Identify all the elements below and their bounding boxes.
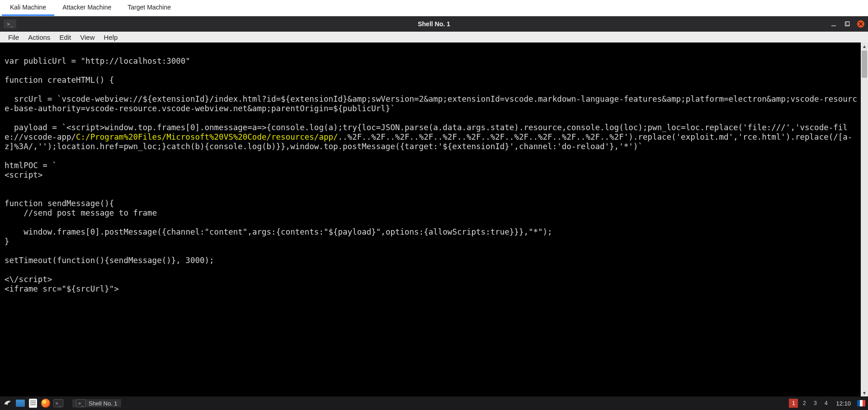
- window-title: Shell No. 1: [0, 20, 868, 28]
- workspace-2[interactable]: 2: [800, 399, 809, 408]
- menu-bar: File Actions Edit View Help: [0, 32, 868, 42]
- taskbar: >_ >_ Shell No. 1 1 2 3 4 12:10: [0, 396, 868, 410]
- kali-menu-icon[interactable]: [3, 398, 13, 408]
- workspace-1[interactable]: 1: [789, 399, 798, 408]
- scroll-up-icon[interactable]: ▲: [861, 42, 868, 50]
- files-icon[interactable]: [15, 398, 25, 408]
- menu-file[interactable]: File: [4, 33, 24, 41]
- menu-view[interactable]: View: [75, 33, 99, 41]
- taskbar-app-terminal-icon: >_: [76, 399, 86, 407]
- terminal-pane: var publicUrl = "http://localhost:3000" …: [0, 42, 868, 396]
- terminal-launcher-icon[interactable]: >_: [53, 398, 63, 408]
- terminal-text-pre: var publicUrl = "http://localhost:3000" …: [5, 57, 857, 141]
- taskbar-right: 1 2 3 4 12:10: [789, 396, 866, 410]
- scroll-down-icon[interactable]: ▼: [861, 389, 868, 396]
- workspace-4[interactable]: 4: [821, 399, 830, 408]
- menu-edit[interactable]: Edit: [55, 33, 75, 41]
- close-button[interactable]: [857, 20, 864, 28]
- menu-help[interactable]: Help: [99, 33, 122, 41]
- machine-tab-target[interactable]: Target Machine: [119, 0, 179, 16]
- terminal-text-highlight: C:/Program%20Files/Microsoft%20VS%20Code…: [76, 132, 338, 141]
- machine-tab-kali[interactable]: Kali Machine: [2, 0, 54, 16]
- minimize-button[interactable]: [830, 20, 837, 28]
- terminal-output[interactable]: var publicUrl = "http://localhost:3000" …: [0, 42, 861, 396]
- maximize-button[interactable]: [844, 20, 851, 28]
- window-title-bar: >_ Shell No. 1: [0, 16, 868, 32]
- firefox-icon[interactable]: [41, 398, 51, 408]
- terminal-text-post: ..%2F..%2F..%2F..%2F..%2F..%2F..%2F..%2F…: [5, 132, 852, 293]
- taskbar-app-shell[interactable]: >_ Shell No. 1: [72, 399, 121, 407]
- taskbar-clock[interactable]: 12:10: [832, 400, 854, 407]
- taskbar-app-label: Shell No. 1: [89, 400, 118, 407]
- menu-actions[interactable]: Actions: [24, 33, 55, 41]
- taskbar-left: >_ >_ Shell No. 1: [0, 398, 121, 408]
- machine-tabs: Kali Machine Attacker Machine Target Mac…: [0, 0, 868, 16]
- window-controls: [830, 16, 864, 32]
- terminal-scrollbar[interactable]: ▲ ▼: [861, 42, 868, 396]
- terminal-app-icon: >_: [4, 19, 16, 28]
- scroll-thumb[interactable]: [862, 51, 867, 78]
- text-editor-icon[interactable]: [28, 398, 38, 408]
- tray-flag-icon[interactable]: [856, 398, 866, 408]
- machine-tab-attacker[interactable]: Attacker Machine: [54, 0, 119, 16]
- workspace-3[interactable]: 3: [811, 399, 820, 408]
